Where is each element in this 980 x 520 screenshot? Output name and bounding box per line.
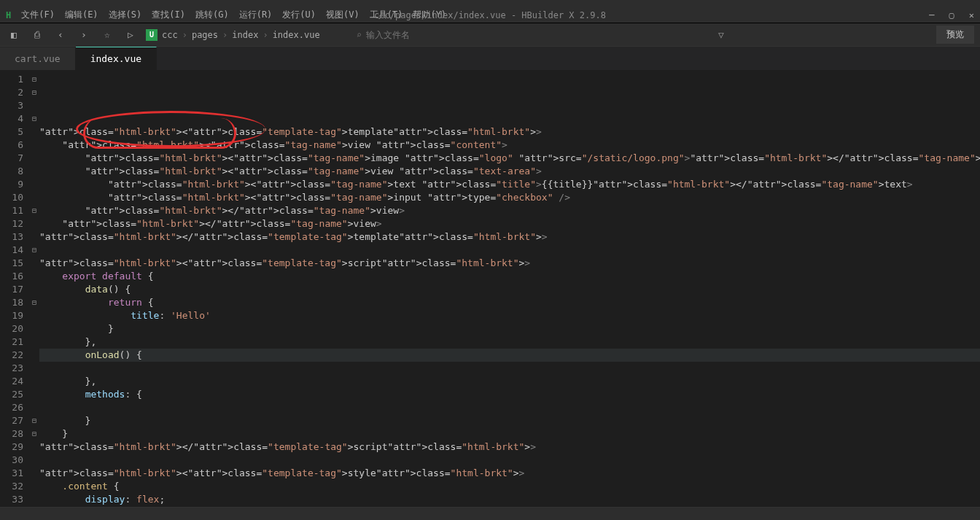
breadcrumb-item[interactable]: index bbox=[232, 30, 258, 40]
breadcrumb-item[interactable]: pages bbox=[192, 30, 218, 40]
nav-back-icon[interactable]: ‹ bbox=[52, 27, 69, 43]
panel-left-icon[interactable]: ◧ bbox=[6, 27, 22, 43]
project-icon: U bbox=[146, 29, 158, 41]
tab-index[interactable]: index.vue bbox=[76, 47, 157, 70]
breadcrumb-item[interactable]: index.vue bbox=[273, 30, 320, 40]
preview-button[interactable]: 预览 bbox=[936, 26, 974, 44]
fold-gutter[interactable]: ⊟⊟⊟⊟⊟⊟⊟⊟ bbox=[29, 70, 39, 507]
file-search[interactable]: ⌕ bbox=[357, 30, 512, 40]
app-logo-icon: H bbox=[6, 10, 11, 20]
toolbar: ◧ ⎙ ‹ › ☆ ▷ U ccc › pages › index › inde… bbox=[0, 23, 980, 47]
search-input[interactable] bbox=[366, 30, 512, 40]
window-title: ccc/pages/index/index.vue - HBuilder X 2… bbox=[374, 10, 606, 20]
menu-view[interactable]: 视图(V) bbox=[326, 9, 359, 21]
nav-forward-icon[interactable]: › bbox=[76, 27, 92, 43]
code-content[interactable]: "attr">class="html-brkt"><"attr">class="… bbox=[39, 70, 980, 507]
menu-file[interactable]: 文件(F) bbox=[21, 9, 55, 21]
tab-cart[interactable]: cart.vue bbox=[0, 47, 76, 70]
menu-find[interactable]: 查找(I) bbox=[152, 9, 185, 21]
close-icon[interactable]: ✕ bbox=[969, 10, 974, 20]
menu-goto[interactable]: 跳转(G) bbox=[195, 9, 229, 21]
menu-publish[interactable]: 发行(U) bbox=[282, 9, 316, 21]
maximize-icon[interactable]: ▢ bbox=[949, 10, 954, 20]
run-icon[interactable]: ▷ bbox=[122, 27, 139, 43]
titlebar bbox=[0, 0, 980, 7]
menubar: H 文件(F) 编辑(E) 选择(S) 查找(I) 跳转(G) 运行(R) 发行… bbox=[0, 7, 980, 23]
menu-select[interactable]: 选择(S) bbox=[109, 9, 142, 21]
filter-icon[interactable]: ▽ bbox=[718, 29, 724, 40]
code-editor[interactable]: 1234567891011121314151617181920212223242… bbox=[0, 70, 980, 507]
breadcrumb: U ccc › pages › index › index.vue bbox=[146, 29, 320, 41]
minimize-icon[interactable]: ─ bbox=[929, 10, 934, 20]
statusbar bbox=[0, 507, 980, 520]
menu-run[interactable]: 运行(R) bbox=[239, 9, 273, 21]
search-icon: ⌕ bbox=[357, 30, 362, 40]
editor-tabs: cart.vue index.vue bbox=[0, 47, 980, 70]
save-icon[interactable]: ⎙ bbox=[29, 27, 45, 43]
menu-edit[interactable]: 编辑(E) bbox=[65, 9, 98, 21]
breadcrumb-item[interactable]: ccc bbox=[162, 30, 178, 40]
editor-area: cart.vue index.vue 123456789101112131415… bbox=[0, 47, 980, 507]
star-icon[interactable]: ☆ bbox=[99, 27, 115, 43]
line-gutter: 1234567891011121314151617181920212223242… bbox=[0, 70, 29, 507]
